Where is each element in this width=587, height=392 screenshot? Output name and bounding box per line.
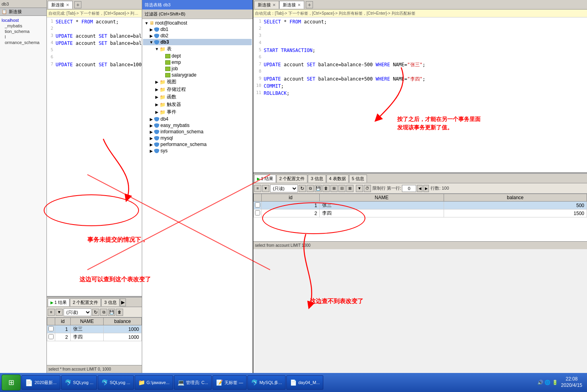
- procedures-toggle[interactable]: ▶: [154, 87, 160, 92]
- tree-easy-mybatis[interactable]: ▶ easy_mybatis: [143, 122, 252, 129]
- taskbar-item-2[interactable]: 🐬 SQLyog ...: [61, 375, 97, 390]
- limit-nav-prev[interactable]: ◀: [417, 185, 423, 192]
- grid-clock-right[interactable]: ⏱: [364, 185, 371, 192]
- views-toggle[interactable]: ▶: [154, 80, 160, 84]
- tree-sys[interactable]: ▶ sys: [143, 148, 252, 154]
- result-tab-5-right[interactable]: 5 信息: [349, 175, 367, 183]
- tree-events-folder[interactable]: ▶ 📁 事件: [143, 108, 252, 116]
- tree-db4[interactable]: ▶ db4: [143, 116, 252, 122]
- tables-toggle[interactable]: ▼: [154, 47, 160, 51]
- easy-mybatis-toggle[interactable]: ▶: [149, 123, 154, 128]
- taskbar-item-4[interactable]: 📁 G:\jawave...: [135, 375, 173, 390]
- data-grid-left[interactable]: id NAME balance 1 张三 1000: [47, 317, 142, 365]
- connection-item-localhost[interactable]: localhost: [2, 17, 45, 23]
- grid-refresh-right[interactable]: ↻: [299, 185, 306, 192]
- add-tab-left[interactable]: +: [74, 1, 81, 8]
- tree-procedures-folder[interactable]: ▶ 📁 存储过程: [143, 86, 252, 93]
- tree-db3[interactable]: ▼ db3: [143, 39, 252, 45]
- db-item3[interactable]: l: [2, 34, 45, 40]
- right-tab-2[interactable]: 新连接 ✕: [279, 1, 304, 9]
- tree-tables-folder[interactable]: ▼ 📁 表: [143, 45, 252, 53]
- tree-perf-schema[interactable]: ▶ performance_schema: [143, 141, 252, 148]
- db-item4[interactable]: ormance_schema: [2, 40, 45, 45]
- tree-salarygrade[interactable]: salarygrade: [143, 72, 252, 78]
- grid-row-1-left[interactable]: 1 张三 1000: [47, 325, 142, 333]
- row-checkbox-1-left[interactable]: [48, 326, 54, 331]
- add-tab-right[interactable]: +: [306, 1, 313, 8]
- result-tab-3-right[interactable]: 3 信息: [308, 175, 326, 183]
- db3-toggle[interactable]: ▼: [149, 40, 154, 44]
- grid-btn-2-left[interactable]: ▼: [56, 309, 63, 316]
- tab-close-left[interactable]: ✕: [66, 3, 69, 7]
- taskbar-item-7[interactable]: 🐬 MySQL多...: [247, 375, 286, 390]
- events-toggle[interactable]: ▶: [154, 110, 160, 114]
- limit-nav-next[interactable]: ▶: [423, 185, 429, 192]
- grid-delete-right[interactable]: 🗑: [322, 185, 330, 192]
- tree-db1[interactable]: ▶ db1: [143, 26, 252, 33]
- grid-extra3-right[interactable]: ⊠: [346, 185, 353, 192]
- grid-btn-2-right[interactable]: ▼: [262, 185, 269, 192]
- tree-functions-folder[interactable]: ▶ 📁 函数: [143, 93, 252, 101]
- sql-editor-left[interactable]: 1 SELECT * FROM account; 2 3 UPDATE acco…: [47, 17, 142, 296]
- result-tab-2-left[interactable]: 2 个配置文件: [70, 298, 101, 306]
- perf-schema-toggle[interactable]: ▶: [149, 142, 154, 147]
- tree-emp[interactable]: emp: [143, 59, 252, 65]
- right-tab-1-close[interactable]: ✕: [272, 3, 276, 7]
- info-schema-toggle[interactable]: ▶: [149, 130, 154, 134]
- readonly-select-right[interactable]: (只读): [270, 184, 298, 192]
- tree-mysql[interactable]: ▶ mysql: [143, 135, 252, 141]
- right-tab-1[interactable]: 新连接 ✕: [254, 1, 279, 9]
- grid-extra2-right[interactable]: ⊟: [338, 185, 346, 192]
- taskbar-item-8[interactable]: 📄 day04_M...: [286, 375, 323, 390]
- result-tab-3-left[interactable]: 3 信息: [101, 298, 119, 306]
- grid-copy-right[interactable]: ⧉: [307, 185, 314, 192]
- row-checkbox-2-right[interactable]: [255, 210, 260, 215]
- grid-save-right[interactable]: 💾: [315, 185, 322, 192]
- grid-refresh-left[interactable]: ↻: [92, 309, 99, 316]
- start-button[interactable]: ⊞: [2, 375, 21, 390]
- result-tab-1-left[interactable]: ▶ 1 结果: [48, 298, 70, 306]
- grid-save-left[interactable]: 💾: [108, 309, 115, 316]
- grid-filter-right[interactable]: ▼: [356, 185, 363, 192]
- result-tab-more-left[interactable]: ▶: [120, 298, 126, 306]
- grid-btn-1-right[interactable]: ≡: [254, 185, 261, 192]
- left-sidebar-query-tab[interactable]: 📋 新连接: [0, 8, 46, 16]
- tree-dept[interactable]: dept: [143, 53, 252, 59]
- result-tab-2-right[interactable]: 2 个配置文件: [276, 175, 307, 183]
- limit-start-input[interactable]: [402, 185, 416, 192]
- readonly-select-left[interactable]: (只读): [64, 308, 91, 316]
- grid-extra1-right[interactable]: ⊞: [330, 185, 338, 192]
- right-tab-2-close[interactable]: ✕: [297, 3, 301, 7]
- tree-triggers-folder[interactable]: ▶ 📁 触发器: [143, 101, 252, 108]
- db2-toggle[interactable]: ▶: [149, 34, 154, 38]
- root-toggle[interactable]: ▼: [144, 21, 149, 25]
- row-checkbox-2-left[interactable]: [48, 334, 54, 339]
- functions-toggle[interactable]: ▶: [154, 95, 160, 99]
- data-grid-right[interactable]: id NAME balance 1 张三 500: [253, 194, 587, 241]
- db-item2[interactable]: tion_schema: [2, 29, 45, 34]
- grid-row-2-left[interactable]: 2 李四 1000: [47, 333, 142, 341]
- db-item[interactable]: _mybatis: [2, 23, 45, 29]
- db4-toggle[interactable]: ▶: [149, 117, 154, 121]
- db1-toggle[interactable]: ▶: [149, 27, 154, 32]
- taskbar-item-3[interactable]: 🐬 SQLyog ...: [98, 375, 134, 390]
- tree-db2[interactable]: ▶ db2: [143, 33, 252, 39]
- grid-btn-1-left[interactable]: ≡: [48, 309, 55, 316]
- taskbar-item-5[interactable]: 💻 管理员: C...: [174, 375, 212, 390]
- tree-job[interactable]: job: [143, 65, 252, 72]
- tree-area[interactable]: ▼ 🖥 root@localhost ▶ db1 ▶ db2: [142, 19, 253, 373]
- grid-row-2-right[interactable]: 2 李四 1500: [254, 209, 587, 217]
- result-tab-1-right[interactable]: ▶ 1 结果: [254, 175, 276, 183]
- triggers-toggle[interactable]: ▶: [154, 102, 160, 107]
- left-query-tab[interactable]: 新连接 ✕: [48, 1, 73, 9]
- mysql-toggle[interactable]: ▶: [149, 136, 154, 140]
- tree-information-schema[interactable]: ▶ information_schema: [143, 129, 252, 135]
- tree-views-folder[interactable]: ▶ 📁 视图: [143, 78, 252, 86]
- grid-row-1-right[interactable]: 1 张三 500: [254, 202, 587, 209]
- sys-toggle[interactable]: ▶: [149, 149, 154, 153]
- grid-copy-left[interactable]: ⧉: [100, 309, 107, 316]
- tree-root[interactable]: ▼ 🖥 root@localhost: [143, 20, 252, 26]
- row-checkbox-1-right[interactable]: [255, 202, 260, 208]
- result-tab-4-right[interactable]: 4 表数据: [326, 175, 349, 183]
- sql-editor-right[interactable]: 1 SELECT * FROM account; 2 3 4 5: [253, 17, 587, 172]
